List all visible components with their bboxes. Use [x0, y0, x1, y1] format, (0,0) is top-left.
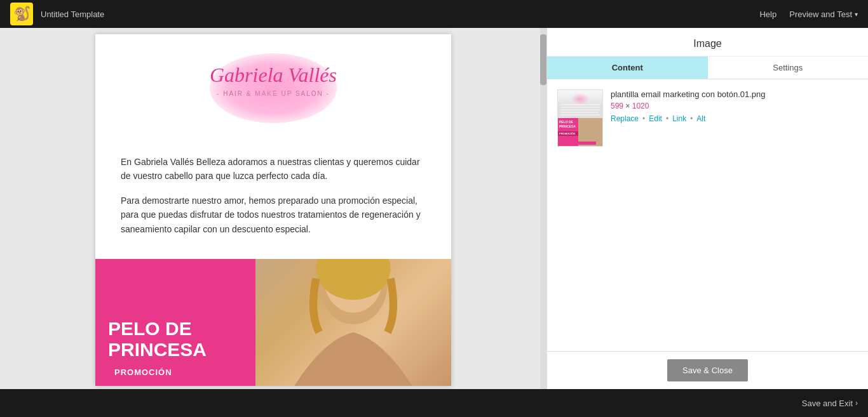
- arrow-right-icon: ›: [855, 399, 858, 407]
- template-title: Untitled Template: [41, 10, 104, 19]
- scrollbar-thumb: [540, 34, 546, 85]
- panel-tabs: Content Settings: [547, 56, 868, 79]
- promo-text-block: PELO DE PRINCESA PROMOCIÓN: [95, 305, 219, 386]
- tab-settings[interactable]: Settings: [708, 56, 869, 79]
- logo-watercolor: Gabriela Vallés - HAIR & MAKE UP SALON -: [210, 53, 337, 129]
- image-meta: plantilla email marketing con botón.01.p…: [611, 89, 858, 123]
- email-preview[interactable]: Gabriela Vallés - HAIR & MAKE UP SALON -…: [95, 34, 451, 386]
- top-bar-right: Help Preview and Test ▾: [759, 10, 858, 19]
- email-paragraph-1: En Gabriela Vallés Belleza adoramos a nu…: [121, 155, 426, 183]
- email-paragraph-2: Para demostrarte nuestro amor, hemos pre…: [121, 194, 426, 236]
- replace-link[interactable]: Replace: [611, 114, 639, 123]
- logo-section: Gabriela Vallés - HAIR & MAKE UP SALON -: [95, 34, 451, 142]
- thumb-logo-area: [571, 93, 590, 105]
- main-content: Gabriela Vallés - HAIR & MAKE UP SALON -…: [0, 28, 868, 389]
- tab-content[interactable]: Content: [547, 56, 708, 79]
- image-dimensions: 599 × 1020: [611, 102, 858, 110]
- panel-header: Image: [547, 28, 868, 56]
- logo-name: Gabriela Vallés: [210, 53, 337, 87]
- panel-body: PELO DEPRINCESA PROMOCIÓN plantilla emai…: [547, 79, 868, 351]
- top-bar-left: 🐒 Untitled Template: [10, 3, 104, 25]
- scrollbar[interactable]: [540, 28, 546, 389]
- right-panel: Image Content Settings: [546, 28, 868, 389]
- preview-test-button[interactable]: Preview and Test ▾: [789, 10, 858, 19]
- thumb-inner: PELO DEPRINCESA PROMOCIÓN: [558, 90, 602, 146]
- woman-image: [255, 259, 451, 386]
- image-thumbnail: PELO DEPRINCESA PROMOCIÓN: [557, 89, 603, 147]
- dot-1: •: [642, 114, 645, 123]
- image-filename: plantilla email marketing con botón.01.p…: [611, 89, 858, 99]
- chevron-down-icon: ▾: [855, 11, 858, 18]
- panel-footer: Save & Close: [547, 351, 868, 389]
- promo-subtitle: PROMOCIÓN: [108, 365, 207, 380]
- link-link[interactable]: Link: [672, 114, 686, 123]
- save-close-button[interactable]: Save & Close: [667, 359, 748, 381]
- promo-title: PELO DE PRINCESA: [108, 318, 207, 360]
- email-body: Gabriela Vallés - HAIR & MAKE UP SALON -…: [95, 34, 451, 386]
- alt-link[interactable]: Alt: [696, 114, 705, 123]
- edit-link[interactable]: Edit: [649, 114, 662, 123]
- image-info-row: PELO DEPRINCESA PROMOCIÓN plantilla emai…: [557, 89, 858, 147]
- dot-3: •: [690, 114, 693, 123]
- top-bar: 🐒 Untitled Template Help Preview and Tes…: [0, 0, 868, 28]
- dot-2: •: [666, 114, 668, 123]
- email-preview-wrapper: Gabriela Vallés - HAIR & MAKE UP SALON -…: [0, 28, 546, 389]
- promo-banner: PELO DE PRINCESA PROMOCIÓN: [95, 259, 451, 386]
- bottom-bar: Save and Exit ›: [0, 389, 868, 417]
- mailchimp-logo: 🐒: [10, 3, 33, 25]
- help-link[interactable]: Help: [759, 10, 776, 19]
- panel-title: Image: [693, 38, 721, 49]
- save-exit-button[interactable]: Save and Exit ›: [802, 399, 858, 408]
- image-actions: Replace • Edit • Link • Alt: [611, 114, 858, 123]
- email-text-section: En Gabriela Vallés Belleza adoramos a nu…: [95, 142, 451, 259]
